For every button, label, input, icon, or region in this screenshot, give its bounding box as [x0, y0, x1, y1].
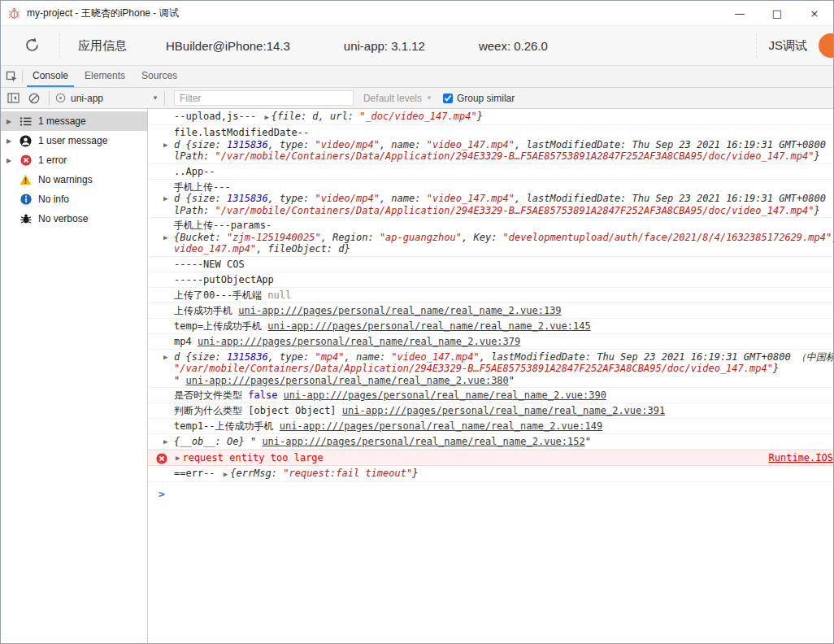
- js-debug-label: JS调试: [768, 38, 807, 54]
- runtime-source-link[interactable]: Runtime.IOS: [769, 452, 833, 464]
- source-link[interactable]: uni-app:///pages/personal/real_name/real…: [185, 375, 508, 386]
- console-text: "/var/mobile/Containers/Data/Application…: [174, 363, 773, 374]
- console-row: -----NEW COS: [148, 257, 833, 272]
- console-text: }: [814, 205, 820, 216]
- sidebar-item-no-warnings[interactable]: No warnings: [1, 170, 147, 189]
- expand-caret-icon[interactable]: ▶: [163, 141, 167, 150]
- window-controls: — □ ×: [721, 1, 833, 25]
- expand-caret-icon[interactable]: ▶: [163, 233, 167, 242]
- source-link[interactable]: uni-app:///pages/personal/real_name/real…: [238, 305, 561, 316]
- divider: [59, 33, 60, 58]
- app-info-button[interactable]: 应用信息: [78, 38, 127, 54]
- expand-caret-icon[interactable]: ▶: [7, 118, 15, 125]
- console-text: video_147.mp4": [174, 243, 256, 255]
- console-text: , type:: [268, 351, 315, 363]
- tabs: ConsoleElementsSources: [24, 66, 185, 87]
- tab-console[interactable]: Console: [27, 66, 74, 87]
- inspect-element-icon[interactable]: [1, 66, 22, 87]
- console-text: "video_147.mp4": [427, 139, 515, 150]
- console-prompt[interactable]: >: [148, 482, 833, 500]
- console-text: , Key:: [462, 232, 503, 243]
- console-text: d {size:: [174, 351, 227, 363]
- show-console-sidebar-icon[interactable]: [4, 90, 22, 107]
- console-text: , name:: [380, 139, 427, 150]
- console-text: ": [509, 375, 515, 386]
- console-text: lPath:: [174, 205, 215, 216]
- console-text: {errMsg:: [230, 468, 283, 479]
- sidebar-item-1-user-message[interactable]: ▶1 user message: [1, 131, 147, 150]
- console-text: 上传了00---手机端: [174, 289, 267, 301]
- console-line: file.lastModifiedDate--: [148, 127, 833, 139]
- divider: [49, 91, 50, 106]
- maximize-button[interactable]: □: [758, 1, 796, 25]
- console-text: null: [267, 289, 291, 301]
- console-text: }: [412, 468, 418, 479]
- console-row: 判断为什么类型 [object Object] uni-app:///pages…: [148, 403, 833, 419]
- console-text: "request:fail timeout": [283, 468, 412, 479]
- log-levels-dropdown[interactable]: Default levels ▼: [363, 93, 432, 104]
- console-line: ▶d {size: 1315836, type: "mp4", name: "v…: [148, 351, 833, 363]
- sidebar-item-no-info[interactable]: No info: [1, 189, 147, 209]
- group-similar-checkbox[interactable]: [443, 94, 453, 103]
- console-text: 1315836: [227, 193, 268, 204]
- js-debug-toggle[interactable]: [819, 33, 834, 58]
- sidebar-item-no-verbose[interactable]: No verbose: [1, 209, 147, 228]
- warning-icon: [20, 174, 32, 186]
- expand-caret-icon[interactable]: ▶: [224, 470, 228, 478]
- console-text: , name:: [345, 351, 392, 363]
- close-button[interactable]: ×: [796, 1, 833, 25]
- source-link[interactable]: uni-app:///pages/personal/real_name/real…: [262, 436, 584, 447]
- console-text: 手机上传---: [174, 181, 231, 193]
- source-link[interactable]: uni-app:///pages/personal/real_name/real…: [342, 405, 665, 416]
- minimize-button[interactable]: —: [721, 1, 758, 25]
- sidebar-item-1-message[interactable]: ▶1 message: [1, 111, 147, 131]
- console-text: [277, 389, 283, 401]
- console-line: ▶{__ob__: Oe} " uni-app:///pages/persona…: [148, 436, 833, 448]
- sidebar-item-1-error[interactable]: ▶1 error: [1, 150, 147, 170]
- expand-caret-icon[interactable]: ▶: [163, 194, 167, 203]
- console-text: , Region:: [321, 232, 380, 243]
- source-link[interactable]: uni-app:///pages/personal/real_name/real…: [284, 389, 606, 401]
- expand-caret-icon[interactable]: ▶: [163, 353, 167, 362]
- console-line: ▶d {size: 1315836, type: "video/mp4", na…: [148, 193, 833, 205]
- group-similar-control: Group similar: [443, 93, 515, 104]
- sidebar-item-label: 1 error: [38, 154, 67, 166]
- console-text: --upload,js---: [174, 111, 262, 122]
- console-row: --upload,js--- ▶{file: d, url: "_doc/vid…: [148, 109, 833, 125]
- expand-caret-icon[interactable]: ▶: [7, 157, 15, 164]
- clear-console-icon[interactable]: [25, 90, 43, 107]
- console-text: 判断为什么类型 [object Object]: [174, 405, 342, 416]
- console-line: "/var/mobile/Containers/Data/Application…: [148, 363, 833, 375]
- javascript-context-dropdown[interactable]: uni-app ▼: [55, 93, 159, 104]
- console-text: ": [585, 436, 591, 447]
- console-text: "_doc/video_147.mp4": [359, 111, 477, 122]
- console-line: --upload,js--- ▶{file: d, url: "_doc/vid…: [148, 111, 833, 124]
- console-line: 上传了00---手机端 null: [148, 289, 833, 302]
- console-line: -----NEW COS: [148, 259, 833, 271]
- console-text: "video/mp4": [315, 139, 379, 150]
- tab-elements[interactable]: Elements: [79, 66, 131, 87]
- source-link[interactable]: uni-app:///pages/personal/real_name/real…: [198, 336, 520, 347]
- source-link[interactable]: uni-app:///pages/personal/real_name/real…: [267, 320, 590, 332]
- sidebar-item-label: No verbose: [38, 213, 88, 224]
- console-text: ": [174, 375, 185, 386]
- tab-sources[interactable]: Sources: [136, 66, 183, 87]
- refresh-icon[interactable]: [24, 37, 41, 54]
- uniapp-version-label: uni-app: 3.1.12: [344, 39, 425, 53]
- expand-caret-icon[interactable]: ▶: [264, 113, 268, 121]
- app-toolbar: 应用信息 HBuilder@iPhone:14.3 uni-app: 3.1.1…: [1, 25, 833, 66]
- console-text: "video_147.mp4": [427, 193, 515, 204]
- console-text: {Bucket:: [174, 232, 227, 243]
- console-text: 手机上传---params-: [174, 220, 271, 231]
- filter-input[interactable]: [174, 90, 354, 106]
- expand-caret-icon[interactable]: ▶: [176, 452, 180, 464]
- console-line: ▶d {size: 1315836, type: "video/mp4", na…: [148, 139, 833, 151]
- info-icon: [20, 194, 32, 206]
- console-line: lPath: "/var/mobile/Containers/Data/Appl…: [148, 150, 833, 163]
- console-text: ": [250, 436, 262, 447]
- console-row: temp=上传成功手机 uni-app:///pages/personal/re…: [148, 319, 833, 334]
- console-line: " uni-app:///pages/personal/real_name/re…: [148, 375, 833, 387]
- expand-caret-icon[interactable]: ▶: [7, 137, 15, 145]
- expand-caret-icon[interactable]: ▶: [163, 437, 167, 446]
- source-link[interactable]: uni-app:///pages/personal/real_name/real…: [280, 420, 602, 432]
